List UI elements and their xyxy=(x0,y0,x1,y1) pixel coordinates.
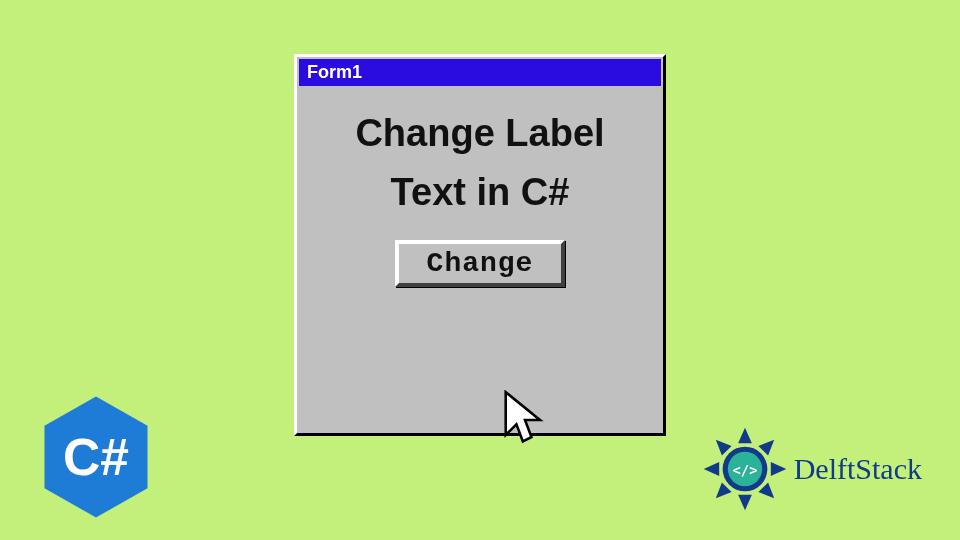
change-button[interactable]: Change xyxy=(395,240,566,287)
svg-marker-4 xyxy=(758,482,779,503)
window-titlebar: Form1 xyxy=(299,59,661,86)
csharp-badge-text: C# xyxy=(63,428,129,486)
delftstack-rosette-icon: </> xyxy=(702,426,788,512)
delftstack-logo: </> DelftStack xyxy=(702,426,922,512)
svg-marker-5 xyxy=(738,495,752,510)
svg-marker-6 xyxy=(711,482,732,503)
form-label: Change Label Text in C# xyxy=(315,104,645,222)
form-window: Form1 Change Label Text in C# Change xyxy=(294,54,666,436)
window-title: Form1 xyxy=(307,62,362,82)
delftstack-brand-text: DelftStack xyxy=(794,452,922,486)
window-client-area: Change Label Text in C# Change xyxy=(297,88,663,297)
svg-text:</>: </> xyxy=(732,462,757,478)
svg-marker-3 xyxy=(771,462,786,476)
svg-marker-2 xyxy=(758,435,779,456)
button-area: Change xyxy=(315,240,645,287)
svg-marker-7 xyxy=(703,462,718,476)
csharp-badge-icon: C# xyxy=(40,394,152,520)
svg-marker-1 xyxy=(738,428,752,443)
svg-marker-8 xyxy=(711,435,732,456)
change-button-label: Change xyxy=(427,248,534,279)
